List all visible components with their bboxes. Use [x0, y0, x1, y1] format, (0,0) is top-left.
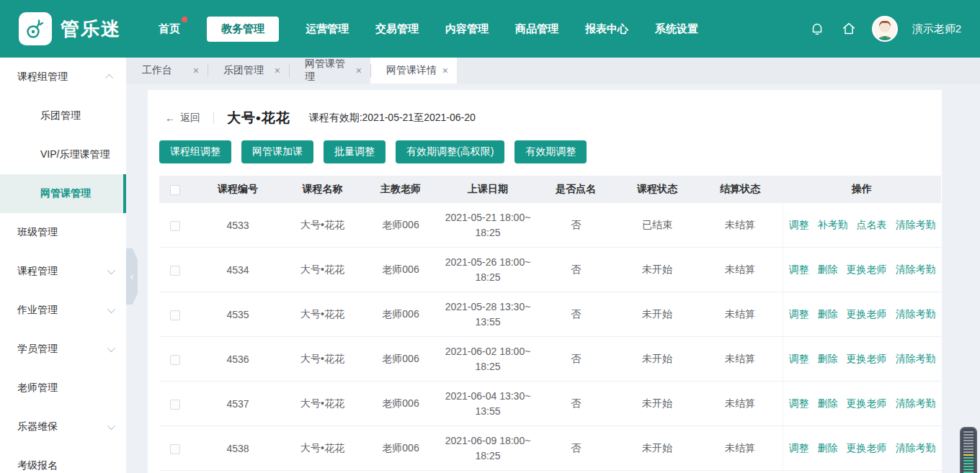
col-actions: 操作	[783, 183, 941, 196]
action-button[interactable]: 批量调整	[324, 140, 386, 163]
cell-settle: 未结算	[698, 263, 783, 276]
bell-icon[interactable]	[808, 20, 826, 37]
row-checkbox[interactable]	[170, 355, 180, 365]
header-nav-item[interactable]: 教务管理	[207, 17, 279, 42]
sidebar-menu-item[interactable]: 老师管理	[0, 369, 126, 407]
cell-teacher: 老师006	[360, 353, 441, 366]
nav-item-label: 商品管理	[515, 22, 558, 35]
action-button-row: 课程组调整网管课加课批量调整有效期调整(高权限)有效期调整	[159, 140, 942, 163]
table-row: 4535 大号•花花 老师006 2021-05-28 13:30~13:55 …	[159, 292, 941, 337]
action-button[interactable]: 课程组调整	[159, 140, 231, 163]
header-nav-item[interactable]: 报表中心	[585, 17, 628, 42]
action-link[interactable]: 更换老师	[847, 353, 887, 366]
tab-close-icon[interactable]: ×	[190, 65, 202, 76]
action-link[interactable]: 清除考勤	[896, 397, 936, 410]
row-actions: 调整删除更换老师清除考勤	[783, 248, 941, 292]
cell-course-name: 大号•花花	[285, 308, 360, 321]
action-link[interactable]: 调整	[789, 353, 809, 366]
col-rollcall: 是否点名	[535, 183, 617, 196]
row-checkbox[interactable]	[170, 400, 180, 410]
cell-rollcall: 否	[535, 442, 617, 455]
sidebar-menu-item[interactable]: VIP/乐理课管理	[0, 135, 126, 174]
chevron-icon	[107, 305, 115, 313]
header-nav-item[interactable]: 系统设置	[655, 17, 698, 42]
user-name[interactable]: 演示老师2	[912, 22, 961, 36]
app-logo[interactable]	[19, 12, 52, 45]
tab[interactable]: 乐团管理 ×	[208, 58, 289, 84]
sidebar-collapse-handle[interactable]: ‹	[126, 248, 138, 305]
select-all-checkbox[interactable]	[170, 185, 180, 195]
cell-date: 2021-06-09 18:00~18:25	[441, 433, 535, 464]
sidebar-menu-item[interactable]: 网管课管理	[0, 174, 126, 213]
table-row: 4537 大号•花花 老师006 2021-06-04 13:30~13:55 …	[159, 382, 941, 426]
sidebar-item-label: 学员管理	[17, 343, 58, 356]
action-button[interactable]: 有效期调整	[514, 140, 587, 163]
header-nav-item[interactable]: 交易管理	[375, 17, 419, 42]
sidebar-menu-item[interactable]: 乐团管理	[0, 96, 126, 135]
row-checkbox[interactable]	[170, 266, 180, 276]
action-button[interactable]: 有效期调整(高权限)	[396, 140, 504, 163]
cell-settle: 未结算	[698, 442, 783, 455]
action-link[interactable]: 调整	[789, 308, 809, 321]
sidebar-menu-item[interactable]: 课程组管理	[0, 58, 126, 96]
table-row: 4538 大号•花花 老师006 2021-06-09 18:00~18:25 …	[159, 426, 941, 471]
action-link[interactable]: 删除	[818, 397, 838, 410]
course-validity: 课程有效期:2021-05-21至2021-06-20	[309, 112, 476, 125]
row-checkbox[interactable]	[170, 221, 180, 231]
action-link[interactable]: 调整	[789, 219, 809, 232]
row-actions: 调整删除更换老师清除考勤	[783, 337, 941, 381]
header-nav-item[interactable]: 运营管理	[306, 17, 349, 42]
action-button[interactable]: 网管课加课	[241, 140, 313, 163]
header-nav-item[interactable]: 首页	[159, 17, 180, 42]
action-link[interactable]: 点名表	[857, 219, 887, 232]
row-checkbox[interactable]	[170, 444, 180, 454]
tab-close-icon[interactable]: ×	[272, 65, 283, 76]
action-link[interactable]: 调整	[789, 263, 809, 276]
header-right: 演示老师2	[808, 16, 961, 42]
cell-settle: 未结算	[698, 353, 783, 366]
chevron-icon	[107, 266, 115, 274]
sidebar-menu-item[interactable]: 乐器维保	[0, 407, 126, 446]
tab[interactable]: 工作台 ×	[126, 58, 208, 84]
minimap-widget[interactable]	[960, 427, 977, 473]
divider	[213, 112, 214, 124]
sidebar-menu-item[interactable]: 课程管理	[0, 252, 126, 291]
action-link[interactable]: 清除考勤	[896, 308, 936, 321]
action-link[interactable]: 删除	[818, 353, 838, 366]
sidebar-menu-item[interactable]: 考级报名	[0, 446, 126, 473]
sidebar-menu-item[interactable]: 学员管理	[0, 330, 126, 369]
tab-close-icon[interactable]: ×	[353, 65, 365, 76]
sidebar-menu-item[interactable]: 班级管理	[0, 213, 126, 252]
tab-close-icon[interactable]: ×	[440, 65, 451, 76]
action-link[interactable]: 更换老师	[847, 442, 887, 455]
action-link[interactable]: 清除考勤	[896, 353, 936, 366]
user-avatar[interactable]	[872, 16, 898, 42]
tab-bar: 工作台 × 乐团管理 × 网管课管理 × 网管课详情 ×	[126, 58, 980, 84]
action-link[interactable]: 清除考勤	[896, 442, 936, 455]
cell-rollcall: 否	[535, 308, 617, 321]
tab[interactable]: 网管课详情 ×	[370, 58, 457, 84]
action-link[interactable]: 删除	[818, 442, 838, 455]
action-link[interactable]: 补考勤	[818, 219, 848, 232]
back-button[interactable]: ← 返回	[165, 112, 200, 125]
chevron-icon	[105, 74, 113, 82]
action-link[interactable]: 更换老师	[847, 263, 887, 276]
action-link[interactable]: 清除考勤	[896, 219, 936, 232]
action-link[interactable]: 更换老师	[847, 308, 887, 321]
action-link[interactable]: 调整	[789, 397, 809, 410]
sidebar-menu-item[interactable]: 作业管理	[0, 291, 126, 330]
table-body: 4533 大号•花花 老师006 2021-05-21 18:00~18:25 …	[159, 203, 941, 471]
action-link[interactable]: 删除	[818, 308, 838, 321]
cell-teacher: 老师006	[360, 442, 441, 455]
header-nav-item[interactable]: 内容管理	[445, 17, 489, 42]
app-title: 管乐迷	[61, 17, 121, 42]
nav-item-label: 教务管理	[221, 22, 264, 35]
action-link[interactable]: 删除	[818, 263, 838, 276]
row-checkbox[interactable]	[170, 310, 180, 320]
tab[interactable]: 网管课管理 ×	[289, 58, 370, 84]
action-link[interactable]: 调整	[789, 442, 809, 455]
action-link[interactable]: 清除考勤	[896, 263, 936, 276]
header-nav-item[interactable]: 商品管理	[515, 17, 558, 42]
action-link[interactable]: 更换老师	[847, 397, 887, 410]
home-icon[interactable]	[840, 20, 858, 37]
